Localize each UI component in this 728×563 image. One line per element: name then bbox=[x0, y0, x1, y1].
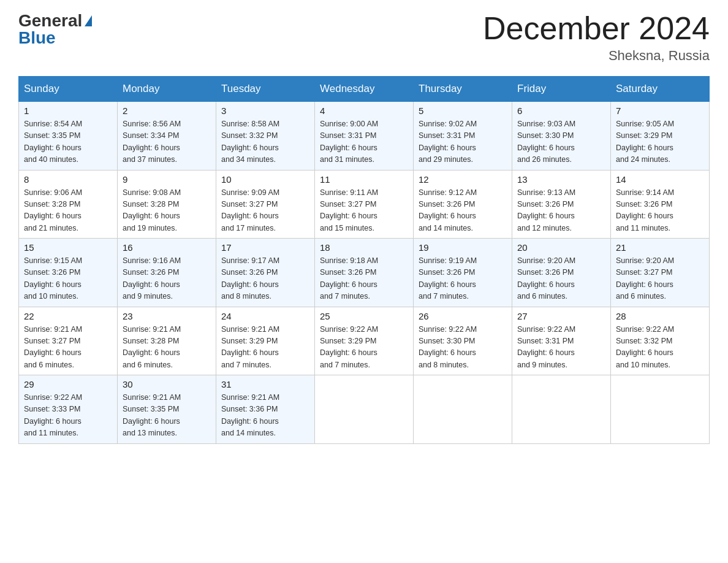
day-number: 15 bbox=[24, 242, 112, 253]
day-number: 25 bbox=[320, 311, 408, 321]
day-info: Sunrise: 8:54 AM Sunset: 3:35 PM Dayligh… bbox=[24, 118, 112, 166]
calendar-cell: 3Sunrise: 8:58 AM Sunset: 3:32 PM Daylig… bbox=[216, 102, 315, 170]
calendar-cell: 12Sunrise: 9:12 AM Sunset: 3:26 PM Dayli… bbox=[414, 170, 512, 239]
logo-triangle-icon bbox=[85, 15, 92, 26]
header-wednesday: Wednesday bbox=[315, 77, 414, 102]
day-info: Sunrise: 9:14 AM Sunset: 3:26 PM Dayligh… bbox=[616, 187, 704, 235]
day-info: Sunrise: 9:22 AM Sunset: 3:32 PM Dayligh… bbox=[616, 324, 704, 372]
day-number: 24 bbox=[221, 311, 309, 321]
calendar-cell: 19Sunrise: 9:19 AM Sunset: 3:26 PM Dayli… bbox=[414, 239, 512, 307]
day-info: Sunrise: 9:19 AM Sunset: 3:26 PM Dayligh… bbox=[419, 255, 507, 303]
day-number: 4 bbox=[320, 105, 408, 116]
calendar-cell: 22Sunrise: 9:21 AM Sunset: 3:27 PM Dayli… bbox=[19, 307, 118, 375]
logo-blue-text: Blue bbox=[18, 29, 56, 47]
day-number: 30 bbox=[123, 379, 211, 389]
title-section: December 2024 Sheksna, Russia bbox=[483, 12, 710, 64]
month-title: December 2024 bbox=[483, 12, 710, 44]
day-number: 11 bbox=[320, 174, 408, 185]
day-info: Sunrise: 9:15 AM Sunset: 3:26 PM Dayligh… bbox=[24, 255, 112, 303]
calendar-cell: 4Sunrise: 9:00 AM Sunset: 3:31 PM Daylig… bbox=[315, 102, 414, 170]
calendar-cell: 31Sunrise: 9:21 AM Sunset: 3:36 PM Dayli… bbox=[216, 375, 315, 444]
header-saturday: Saturday bbox=[611, 77, 710, 102]
day-info: Sunrise: 9:17 AM Sunset: 3:26 PM Dayligh… bbox=[221, 255, 309, 303]
day-number: 18 bbox=[320, 242, 408, 253]
day-number: 12 bbox=[419, 174, 507, 185]
day-number: 13 bbox=[517, 174, 605, 185]
calendar-cell: 9Sunrise: 9:08 AM Sunset: 3:28 PM Daylig… bbox=[118, 170, 216, 239]
day-info: Sunrise: 9:22 AM Sunset: 3:33 PM Dayligh… bbox=[24, 392, 112, 440]
calendar-cell: 5Sunrise: 9:02 AM Sunset: 3:31 PM Daylig… bbox=[414, 102, 512, 170]
calendar-week-4: 22Sunrise: 9:21 AM Sunset: 3:27 PM Dayli… bbox=[19, 307, 710, 375]
day-number: 7 bbox=[616, 105, 704, 116]
calendar-cell: 26Sunrise: 9:22 AM Sunset: 3:30 PM Dayli… bbox=[414, 307, 512, 375]
calendar-cell: 23Sunrise: 9:21 AM Sunset: 3:28 PM Dayli… bbox=[118, 307, 216, 375]
calendar-cell bbox=[512, 375, 611, 444]
header-thursday: Thursday bbox=[414, 77, 512, 102]
calendar-cell: 15Sunrise: 9:15 AM Sunset: 3:26 PM Dayli… bbox=[19, 239, 118, 307]
day-info: Sunrise: 9:21 AM Sunset: 3:29 PM Dayligh… bbox=[221, 324, 309, 372]
day-info: Sunrise: 9:00 AM Sunset: 3:31 PM Dayligh… bbox=[320, 118, 408, 166]
day-info: Sunrise: 9:02 AM Sunset: 3:31 PM Dayligh… bbox=[419, 118, 507, 166]
calendar-cell: 8Sunrise: 9:06 AM Sunset: 3:28 PM Daylig… bbox=[19, 170, 118, 239]
day-number: 17 bbox=[221, 242, 309, 253]
header-tuesday: Tuesday bbox=[216, 77, 315, 102]
day-info: Sunrise: 9:21 AM Sunset: 3:27 PM Dayligh… bbox=[24, 324, 112, 372]
day-number: 14 bbox=[616, 174, 704, 185]
day-info: Sunrise: 9:16 AM Sunset: 3:26 PM Dayligh… bbox=[123, 255, 211, 303]
logo: General Blue bbox=[18, 12, 92, 47]
day-info: Sunrise: 9:09 AM Sunset: 3:27 PM Dayligh… bbox=[221, 187, 309, 235]
calendar-cell: 6Sunrise: 9:03 AM Sunset: 3:30 PM Daylig… bbox=[512, 102, 611, 170]
calendar-week-2: 8Sunrise: 9:06 AM Sunset: 3:28 PM Daylig… bbox=[19, 170, 710, 239]
location-label: Sheksna, Russia bbox=[483, 48, 710, 64]
calendar-header: SundayMondayTuesdayWednesdayThursdayFrid… bbox=[19, 77, 710, 102]
day-number: 5 bbox=[419, 105, 507, 116]
calendar-cell: 21Sunrise: 9:20 AM Sunset: 3:27 PM Dayli… bbox=[611, 239, 710, 307]
page-header: General Blue December 2024 Sheksna, Russ… bbox=[18, 12, 710, 64]
day-number: 10 bbox=[221, 174, 309, 185]
day-info: Sunrise: 9:21 AM Sunset: 3:36 PM Dayligh… bbox=[221, 392, 309, 440]
day-number: 26 bbox=[419, 311, 507, 321]
calendar-week-5: 29Sunrise: 9:22 AM Sunset: 3:33 PM Dayli… bbox=[19, 375, 710, 444]
calendar-cell: 20Sunrise: 9:20 AM Sunset: 3:26 PM Dayli… bbox=[512, 239, 611, 307]
day-info: Sunrise: 9:21 AM Sunset: 3:28 PM Dayligh… bbox=[123, 324, 211, 372]
calendar-cell: 24Sunrise: 9:21 AM Sunset: 3:29 PM Dayli… bbox=[216, 307, 315, 375]
calendar-cell bbox=[315, 375, 414, 444]
day-number: 29 bbox=[24, 379, 112, 389]
calendar-cell: 1Sunrise: 8:54 AM Sunset: 3:35 PM Daylig… bbox=[19, 102, 118, 170]
calendar-cell: 30Sunrise: 9:21 AM Sunset: 3:35 PM Dayli… bbox=[118, 375, 216, 444]
day-info: Sunrise: 9:06 AM Sunset: 3:28 PM Dayligh… bbox=[24, 187, 112, 235]
calendar-cell: 28Sunrise: 9:22 AM Sunset: 3:32 PM Dayli… bbox=[611, 307, 710, 375]
day-number: 1 bbox=[24, 105, 112, 116]
logo-general-text: General bbox=[18, 12, 82, 29]
day-number: 31 bbox=[221, 379, 309, 389]
day-info: Sunrise: 9:05 AM Sunset: 3:29 PM Dayligh… bbox=[616, 118, 704, 166]
day-number: 16 bbox=[123, 242, 211, 253]
calendar-week-3: 15Sunrise: 9:15 AM Sunset: 3:26 PM Dayli… bbox=[19, 239, 710, 307]
calendar-cell: 27Sunrise: 9:22 AM Sunset: 3:31 PM Dayli… bbox=[512, 307, 611, 375]
calendar-cell: 16Sunrise: 9:16 AM Sunset: 3:26 PM Dayli… bbox=[118, 239, 216, 307]
calendar-cell: 7Sunrise: 9:05 AM Sunset: 3:29 PM Daylig… bbox=[611, 102, 710, 170]
day-info: Sunrise: 9:13 AM Sunset: 3:26 PM Dayligh… bbox=[517, 187, 605, 235]
calendar-cell: 14Sunrise: 9:14 AM Sunset: 3:26 PM Dayli… bbox=[611, 170, 710, 239]
day-number: 23 bbox=[123, 311, 211, 321]
header-sunday: Sunday bbox=[19, 77, 118, 102]
day-number: 8 bbox=[24, 174, 112, 185]
day-info: Sunrise: 9:21 AM Sunset: 3:35 PM Dayligh… bbox=[123, 392, 211, 440]
calendar-cell: 29Sunrise: 9:22 AM Sunset: 3:33 PM Dayli… bbox=[19, 375, 118, 444]
calendar-cell: 13Sunrise: 9:13 AM Sunset: 3:26 PM Dayli… bbox=[512, 170, 611, 239]
calendar-cell: 18Sunrise: 9:18 AM Sunset: 3:26 PM Dayli… bbox=[315, 239, 414, 307]
day-info: Sunrise: 8:58 AM Sunset: 3:32 PM Dayligh… bbox=[221, 118, 309, 166]
day-info: Sunrise: 9:03 AM Sunset: 3:30 PM Dayligh… bbox=[517, 118, 605, 166]
day-number: 20 bbox=[517, 242, 605, 253]
day-info: Sunrise: 9:08 AM Sunset: 3:28 PM Dayligh… bbox=[123, 187, 211, 235]
calendar-week-1: 1Sunrise: 8:54 AM Sunset: 3:35 PM Daylig… bbox=[19, 102, 710, 170]
calendar-cell bbox=[414, 375, 512, 444]
header-friday: Friday bbox=[512, 77, 611, 102]
calendar-table: SundayMondayTuesdayWednesdayThursdayFrid… bbox=[18, 76, 710, 444]
day-number: 3 bbox=[221, 105, 309, 116]
day-info: Sunrise: 9:12 AM Sunset: 3:26 PM Dayligh… bbox=[419, 187, 507, 235]
day-info: Sunrise: 9:22 AM Sunset: 3:29 PM Dayligh… bbox=[320, 324, 408, 372]
day-number: 9 bbox=[123, 174, 211, 185]
day-info: Sunrise: 9:20 AM Sunset: 3:26 PM Dayligh… bbox=[517, 255, 605, 303]
calendar-cell: 25Sunrise: 9:22 AM Sunset: 3:29 PM Dayli… bbox=[315, 307, 414, 375]
